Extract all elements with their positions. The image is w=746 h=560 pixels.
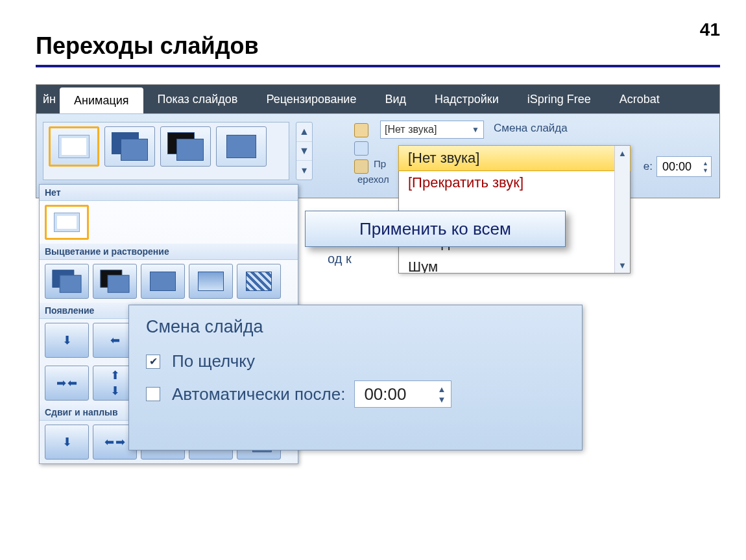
ribbon-auto-time-value: 00:00: [662, 160, 692, 174]
transition-thumb-3[interactable]: [160, 126, 211, 167]
gallery-item-fade-3[interactable]: [141, 264, 185, 299]
tab-animation[interactable]: Анимация: [60, 88, 143, 113]
dropdown-scrollbar[interactable]: ▲ ▼: [614, 146, 630, 273]
gallery-item-push-down[interactable]: ⬇: [45, 425, 89, 460]
gallery-item-wipe-down[interactable]: ⬇: [45, 323, 89, 358]
gallery-item-fade-2[interactable]: [93, 264, 137, 299]
auto-after-label: Автоматически после:: [172, 384, 345, 404]
tab-review[interactable]: Рецензирование: [252, 85, 370, 113]
gallery-scroll-up-icon[interactable]: ▲: [296, 122, 312, 142]
gallery-item-fade-5[interactable]: [237, 264, 281, 299]
gallery-expand-icon[interactable]: ▾: [296, 161, 312, 180]
tab-ispring[interactable]: iSpring Free: [513, 85, 605, 113]
partial-behind-text-3: од к: [328, 251, 352, 266]
tab-previous-partial: йн: [43, 85, 60, 113]
transition-thumb-none[interactable]: [49, 126, 99, 167]
transition-speed-icon: [354, 141, 368, 156]
ribbon-auto-time-input[interactable]: 00:00 ▲▼: [656, 156, 712, 177]
transition-gallery-main: [43, 122, 289, 180]
title-underline: [36, 65, 720, 67]
gallery-group-none: Нет: [40, 185, 298, 201]
transition-sound-icon: [354, 123, 368, 137]
auto-after-time-input[interactable]: 00:00 ▲▼: [354, 380, 451, 408]
tab-acrobat[interactable]: Acrobat: [605, 85, 674, 113]
gallery-scroll-down-icon[interactable]: ▼: [296, 142, 312, 161]
page-number: 41: [700, 19, 720, 40]
tab-addins[interactable]: Надстройки: [420, 85, 513, 113]
scroll-down-icon[interactable]: ▼: [618, 261, 627, 270]
sound-option-noise[interactable]: Шум: [399, 255, 630, 273]
chevron-down-icon: ▼: [472, 125, 479, 134]
transition-sound-value: [Нет звука]: [385, 124, 437, 135]
callout-label: Применить ко всем: [359, 219, 511, 239]
gallery-item-split-h-in[interactable]: ➡⬅: [45, 366, 89, 401]
transition-sound-combo[interactable]: [Нет звука] ▼: [380, 121, 484, 139]
page-title: Переходы слайдов: [36, 32, 259, 60]
tab-view[interactable]: Вид: [370, 85, 420, 113]
auto-after-spinner[interactable]: ▲▼: [438, 384, 446, 404]
ribbon-auto-time: е: 00:00 ▲▼: [644, 156, 712, 177]
sound-option-stop[interactable]: [Прекратить звук]: [399, 170, 630, 195]
transition-sound-dropdown: [Нет звука] [Прекратить звук] Аплодисмен…: [398, 145, 631, 274]
advance-panel-title: Смена слайда: [146, 317, 565, 337]
sound-mini-icons: [354, 119, 372, 174]
on-click-checkbox[interactable]: ✔: [146, 355, 160, 369]
gallery-item-none[interactable]: [45, 205, 89, 240]
advance-slide-panel: Смена слайда ✔ По щелчку Автоматически п…: [128, 305, 583, 450]
auto-after-checkbox[interactable]: [146, 387, 160, 401]
auto-after-time-value: 00:00: [364, 384, 406, 404]
transition-thumb-2[interactable]: [104, 126, 155, 167]
on-click-label: По щелчку: [172, 351, 255, 371]
ribbon-auto-time-suffix: е:: [644, 160, 653, 173]
transition-gallery-scroll: ▲ ▼ ▾: [296, 122, 313, 180]
gallery-item-fade-1[interactable]: [45, 264, 89, 299]
sound-option-none[interactable]: [Нет звука]: [398, 145, 631, 171]
partial-behind-text-2: ерехол: [357, 174, 389, 185]
apply-all-behind-icon: [354, 159, 368, 174]
tab-slideshow[interactable]: Показ слайдов: [143, 85, 252, 113]
scroll-up-icon[interactable]: ▲: [618, 148, 627, 158]
transition-thumb-4[interactable]: [216, 126, 267, 167]
ribbon-tab-strip: йн Анимация Показ слайдов Рецензирование…: [36, 85, 719, 113]
ribbon-auto-time-spinner[interactable]: ▲▼: [703, 160, 708, 174]
advance-section-label: Смена слайда: [494, 122, 568, 135]
gallery-group-fade: Выцветание и растворение: [40, 244, 298, 260]
partial-behind-text-1: Пр: [374, 158, 386, 169]
gallery-item-fade-4[interactable]: [189, 264, 233, 299]
callout-apply-to-all: Применить ко всем: [305, 211, 566, 247]
